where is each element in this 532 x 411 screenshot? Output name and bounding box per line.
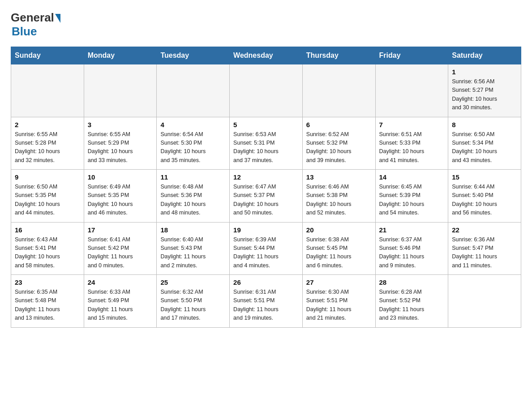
day-info: Sunrise: 6:30 AMSunset: 5:51 PMDaylight:… <box>306 288 372 323</box>
logo: General Blue <box>11 11 61 39</box>
day-info: Sunrise: 6:36 AMSunset: 5:47 PMDaylight:… <box>452 235 517 270</box>
calendar-week-row: 9Sunrise: 6:50 AMSunset: 5:35 PMDaylight… <box>11 170 521 223</box>
calendar-cell: 7Sunrise: 6:51 AMSunset: 5:33 PMDaylight… <box>375 117 448 170</box>
weekday-header-row: SundayMondayTuesdayWednesdayThursdayFrid… <box>11 47 521 64</box>
calendar-cell: 10Sunrise: 6:49 AMSunset: 5:35 PMDayligh… <box>84 170 157 223</box>
logo-triangle-icon <box>55 14 60 23</box>
day-number: 14 <box>379 173 445 181</box>
day-info: Sunrise: 6:39 AMSunset: 5:44 PMDaylight:… <box>233 235 299 270</box>
calendar-week-row: 23Sunrise: 6:35 AMSunset: 5:48 PMDayligh… <box>11 275 521 328</box>
day-number: 5 <box>233 121 299 128</box>
calendar-cell: 21Sunrise: 6:37 AMSunset: 5:46 PMDayligh… <box>375 222 448 275</box>
day-number: 7 <box>379 121 445 128</box>
calendar-cell: 15Sunrise: 6:44 AMSunset: 5:40 PMDayligh… <box>448 170 521 223</box>
day-number: 1 <box>452 68 517 76</box>
day-number: 10 <box>88 173 153 181</box>
day-number: 28 <box>379 278 445 286</box>
calendar-cell: 1Sunrise: 6:56 AMSunset: 5:27 PMDaylight… <box>448 64 521 117</box>
day-info: Sunrise: 6:55 AMSunset: 5:28 PMDaylight:… <box>15 130 80 165</box>
day-info: Sunrise: 6:47 AMSunset: 5:37 PMDaylight:… <box>233 183 299 218</box>
weekday-header-friday: Friday <box>375 47 448 64</box>
calendar-cell: 6Sunrise: 6:52 AMSunset: 5:32 PMDaylight… <box>302 117 375 170</box>
calendar-week-row: 16Sunrise: 6:43 AMSunset: 5:41 PMDayligh… <box>11 222 521 275</box>
calendar-table: SundayMondayTuesdayWednesdayThursdayFrid… <box>11 47 521 328</box>
day-number: 19 <box>233 226 299 234</box>
day-number: 21 <box>379 226 445 234</box>
calendar-cell: 22Sunrise: 6:36 AMSunset: 5:47 PMDayligh… <box>448 222 521 275</box>
day-number: 17 <box>88 226 153 234</box>
day-info: Sunrise: 6:52 AMSunset: 5:32 PMDaylight:… <box>306 130 372 165</box>
calendar-cell: 27Sunrise: 6:30 AMSunset: 5:51 PMDayligh… <box>302 275 375 328</box>
calendar-cell: 14Sunrise: 6:45 AMSunset: 5:39 PMDayligh… <box>375 170 448 223</box>
day-info: Sunrise: 6:45 AMSunset: 5:39 PMDaylight:… <box>379 183 445 218</box>
day-number: 18 <box>160 226 226 234</box>
day-number: 24 <box>88 278 153 286</box>
calendar-cell <box>375 64 448 117</box>
day-info: Sunrise: 6:55 AMSunset: 5:29 PMDaylight:… <box>88 130 153 165</box>
calendar-cell <box>157 64 230 117</box>
day-number: 9 <box>15 173 80 181</box>
day-number: 22 <box>452 226 517 234</box>
calendar-cell: 25Sunrise: 6:32 AMSunset: 5:50 PMDayligh… <box>157 275 230 328</box>
day-number: 4 <box>160 121 226 128</box>
calendar-cell: 2Sunrise: 6:55 AMSunset: 5:28 PMDaylight… <box>11 117 84 170</box>
day-info: Sunrise: 6:56 AMSunset: 5:27 PMDaylight:… <box>452 77 517 112</box>
day-info: Sunrise: 6:35 AMSunset: 5:48 PMDaylight:… <box>15 288 80 323</box>
calendar-cell: 18Sunrise: 6:40 AMSunset: 5:43 PMDayligh… <box>157 222 230 275</box>
day-info: Sunrise: 6:37 AMSunset: 5:46 PMDaylight:… <box>379 235 445 270</box>
day-number: 11 <box>160 173 226 181</box>
calendar-cell: 9Sunrise: 6:50 AMSunset: 5:35 PMDaylight… <box>11 170 84 223</box>
day-info: Sunrise: 6:49 AMSunset: 5:35 PMDaylight:… <box>88 183 153 218</box>
weekday-header-sunday: Sunday <box>11 47 84 64</box>
calendar-cell: 5Sunrise: 6:53 AMSunset: 5:31 PMDaylight… <box>230 117 303 170</box>
day-info: Sunrise: 6:50 AMSunset: 5:34 PMDaylight:… <box>452 130 517 165</box>
calendar-week-row: 1Sunrise: 6:56 AMSunset: 5:27 PMDaylight… <box>11 64 521 117</box>
calendar-cell: 12Sunrise: 6:47 AMSunset: 5:37 PMDayligh… <box>230 170 303 223</box>
day-info: Sunrise: 6:32 AMSunset: 5:50 PMDaylight:… <box>160 288 226 323</box>
day-number: 25 <box>160 278 226 286</box>
day-info: Sunrise: 6:46 AMSunset: 5:38 PMDaylight:… <box>306 183 372 218</box>
day-info: Sunrise: 6:54 AMSunset: 5:30 PMDaylight:… <box>160 130 226 165</box>
day-info: Sunrise: 6:38 AMSunset: 5:45 PMDaylight:… <box>306 235 372 270</box>
weekday-header-wednesday: Wednesday <box>230 47 303 64</box>
calendar-cell: 4Sunrise: 6:54 AMSunset: 5:30 PMDaylight… <box>157 117 230 170</box>
calendar-cell: 8Sunrise: 6:50 AMSunset: 5:34 PMDaylight… <box>448 117 521 170</box>
calendar-cell: 13Sunrise: 6:46 AMSunset: 5:38 PMDayligh… <box>302 170 375 223</box>
calendar-cell: 11Sunrise: 6:48 AMSunset: 5:36 PMDayligh… <box>157 170 230 223</box>
page-header: General Blue <box>11 11 521 39</box>
day-number: 12 <box>233 173 299 181</box>
day-number: 26 <box>233 278 299 286</box>
day-info: Sunrise: 6:40 AMSunset: 5:43 PMDaylight:… <box>160 235 226 270</box>
day-number: 16 <box>15 226 80 234</box>
day-number: 3 <box>88 121 153 128</box>
day-info: Sunrise: 6:50 AMSunset: 5:35 PMDaylight:… <box>15 183 80 218</box>
day-number: 20 <box>306 226 372 234</box>
day-number: 2 <box>15 121 80 128</box>
calendar-week-row: 2Sunrise: 6:55 AMSunset: 5:28 PMDaylight… <box>11 117 521 170</box>
day-number: 23 <box>15 278 80 286</box>
day-info: Sunrise: 6:41 AMSunset: 5:42 PMDaylight:… <box>88 235 153 270</box>
calendar-cell: 19Sunrise: 6:39 AMSunset: 5:44 PMDayligh… <box>230 222 303 275</box>
logo-blue-text: Blue <box>12 25 37 39</box>
day-info: Sunrise: 6:44 AMSunset: 5:40 PMDaylight:… <box>452 183 517 218</box>
day-info: Sunrise: 6:43 AMSunset: 5:41 PMDaylight:… <box>15 235 80 270</box>
calendar-cell: 26Sunrise: 6:31 AMSunset: 5:51 PMDayligh… <box>230 275 303 328</box>
day-info: Sunrise: 6:31 AMSunset: 5:51 PMDaylight:… <box>233 288 299 323</box>
calendar-cell <box>448 275 521 328</box>
day-number: 27 <box>306 278 372 286</box>
day-info: Sunrise: 6:48 AMSunset: 5:36 PMDaylight:… <box>160 183 226 218</box>
calendar-cell: 3Sunrise: 6:55 AMSunset: 5:29 PMDaylight… <box>84 117 157 170</box>
weekday-header-thursday: Thursday <box>302 47 375 64</box>
calendar-cell <box>84 64 157 117</box>
weekday-header-tuesday: Tuesday <box>157 47 230 64</box>
logo-general-text: General <box>11 11 54 25</box>
calendar-cell: 16Sunrise: 6:43 AMSunset: 5:41 PMDayligh… <box>11 222 84 275</box>
calendar-cell <box>11 64 84 117</box>
calendar-cell: 20Sunrise: 6:38 AMSunset: 5:45 PMDayligh… <box>302 222 375 275</box>
day-info: Sunrise: 6:53 AMSunset: 5:31 PMDaylight:… <box>233 130 299 165</box>
calendar-cell <box>302 64 375 117</box>
day-number: 15 <box>452 173 517 181</box>
calendar-cell: 28Sunrise: 6:28 AMSunset: 5:52 PMDayligh… <box>375 275 448 328</box>
calendar-cell: 24Sunrise: 6:33 AMSunset: 5:49 PMDayligh… <box>84 275 157 328</box>
day-info: Sunrise: 6:33 AMSunset: 5:49 PMDaylight:… <box>88 288 153 323</box>
